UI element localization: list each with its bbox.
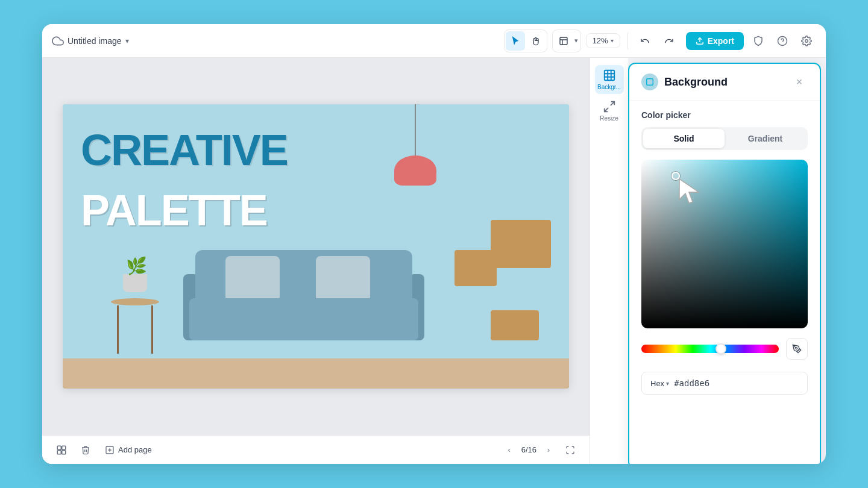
hue-slider[interactable]: [641, 345, 779, 353]
delete-page-btn[interactable]: [76, 440, 95, 460]
top-bar-center: ▾ 12% ▾: [504, 30, 679, 52]
room-scene: CREATIVE PALETTE 🌿: [63, 104, 569, 389]
hex-value-input[interactable]: [674, 378, 799, 388]
creative-text: CREATIVE: [81, 128, 288, 172]
background-panel: Background × Color picker Solid Gradient: [628, 63, 821, 464]
svg-marker-16: [679, 179, 699, 203]
panel-close-btn[interactable]: ×: [791, 74, 808, 90]
page-navigation: ‹ 6/16 ›: [502, 443, 556, 457]
undo-btn[interactable]: [635, 31, 655, 51]
prev-page-btn[interactable]: ‹: [502, 443, 517, 457]
svg-rect-6: [62, 446, 66, 449]
export-icon: [696, 37, 704, 45]
eyedropper-btn[interactable]: [786, 338, 808, 360]
next-page-btn[interactable]: ›: [541, 443, 556, 457]
top-bar: Untitled image ▾ ▾ 12% ▾: [42, 24, 826, 58]
zoom-control[interactable]: 12% ▾: [586, 33, 620, 48]
plant-pot: 🌿: [123, 268, 147, 289]
background-icon: [646, 78, 654, 86]
svg-rect-15: [647, 79, 653, 86]
svg-point-4: [805, 39, 808, 42]
sofa: [183, 250, 424, 358]
hue-slider-wrap: [641, 338, 808, 360]
pillow-2: [316, 256, 370, 301]
export-btn[interactable]: Export: [686, 32, 744, 50]
help-btn[interactable]: [773, 31, 792, 51]
panel-content: Color picker Solid Gradient: [629, 101, 820, 464]
floor: [63, 358, 569, 389]
bottom-bar: Add page ‹ 6/16 ›: [42, 435, 590, 464]
lamp-cord: [415, 104, 416, 158]
shelf-box-1: [491, 220, 551, 268]
export-label: Export: [708, 36, 734, 46]
table-top: [111, 298, 159, 305]
bottom-bar-left: Add page: [52, 440, 157, 460]
panel-title-wrap: Background: [641, 74, 728, 90]
select-tool-btn[interactable]: [506, 31, 525, 51]
color-mode-toggle: Solid Gradient: [641, 127, 808, 150]
add-page-icon: [105, 445, 115, 455]
resize-icon: [603, 100, 616, 113]
solid-btn[interactable]: Solid: [643, 129, 725, 148]
background-tool-label: Backgr...: [597, 84, 621, 90]
canvas-area: CREATIVE PALETTE 🌿: [42, 58, 590, 464]
eyedropper-icon: [792, 344, 802, 354]
tool-group: [504, 30, 547, 52]
table-legs: [111, 305, 159, 354]
redo-btn[interactable]: [659, 31, 679, 51]
page-options-icon: [56, 445, 67, 455]
shelf-box-3: [491, 310, 539, 340]
hex-chevron: ▾: [666, 380, 669, 387]
panel-icon-circle: [641, 74, 658, 90]
hue-thumb: [715, 343, 726, 354]
add-page-btn[interactable]: Add page: [100, 440, 157, 460]
page-indicator: 6/16: [521, 445, 536, 454]
resize-tool-btn[interactable]: Resize: [595, 96, 624, 125]
svg-point-17: [796, 348, 797, 349]
hand-tool-btn[interactable]: [526, 31, 546, 51]
shield-btn[interactable]: [749, 31, 768, 51]
panel-header: Background ×: [629, 64, 820, 101]
add-page-label: Add page: [118, 445, 152, 454]
svg-rect-7: [57, 450, 61, 454]
side-table: 🌿: [111, 298, 159, 358]
cloud-icon: [52, 35, 64, 47]
canvas-image: CREATIVE PALETTE 🌿: [63, 104, 569, 389]
fullscreen-btn[interactable]: [561, 440, 580, 460]
background-panel-icon: [603, 69, 616, 82]
color-picker-label: Color picker: [641, 110, 808, 120]
page-options-btn[interactable]: [52, 440, 71, 460]
pendant-lamp: [394, 104, 436, 186]
layout-chevron: ▾: [574, 37, 578, 45]
shelf-unit: [454, 220, 551, 340]
color-picker-gradient-area[interactable]: [641, 160, 808, 328]
plant-leaves: 🌿: [126, 256, 147, 276]
hex-format-btn[interactable]: Hex ▾: [650, 379, 669, 388]
canvas-workspace[interactable]: CREATIVE PALETTE 🌿: [42, 58, 590, 435]
layout-tool-btn[interactable]: [554, 31, 573, 51]
background-tool-btn[interactable]: Backgr...: [595, 65, 624, 94]
panel-title: Background: [664, 76, 728, 89]
top-bar-left: Untitled image ▾: [52, 35, 497, 47]
svg-rect-8: [62, 450, 66, 454]
file-title-area[interactable]: Untitled image ▾: [52, 35, 129, 47]
hex-format-label: Hex: [650, 379, 664, 388]
settings-btn[interactable]: [797, 31, 816, 51]
gradient-btn[interactable]: Gradient: [725, 129, 806, 148]
top-bar-right: Export: [686, 31, 816, 51]
sofa-seat: [189, 298, 418, 340]
trash-icon: [81, 445, 90, 455]
cursor-arrow-svg: [675, 177, 703, 205]
shelf-box-2: [454, 250, 497, 286]
svg-rect-12: [604, 70, 614, 81]
lamp-shade: [394, 155, 436, 186]
pillow-1: [225, 256, 280, 301]
bottom-bar-right: ‹ 6/16 ›: [502, 440, 580, 460]
pot-body: [123, 274, 147, 292]
layout-tool-group: ▾: [552, 30, 581, 52]
svg-line-14: [604, 108, 608, 111]
zoom-chevron: ▾: [611, 37, 614, 44]
right-tool-panel: Backgr... Resize: [590, 58, 628, 464]
table-leg-right: [151, 305, 153, 354]
resize-tool-label: Resize: [600, 115, 618, 122]
